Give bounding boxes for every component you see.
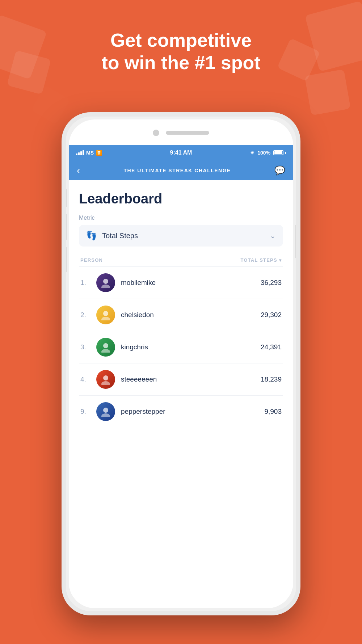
value-pepperstepper: 9,903 [264, 408, 282, 416]
wifi-icon: 🛜 [96, 150, 102, 156]
svg-point-4 [103, 343, 108, 348]
svg-point-8 [103, 408, 108, 413]
phone-power-button [295, 225, 298, 258]
table-row: 2. chelsiedon 29,302 [79, 299, 283, 331]
metric-dropdown[interactable]: 👣 Total Steps ⌄ [79, 225, 283, 247]
metric-label: Metric [79, 215, 283, 221]
value-kingchris: 24,391 [261, 343, 282, 351]
svg-point-6 [103, 375, 108, 380]
column-steps[interactable]: TOTAL STEPS ▾ [240, 257, 282, 263]
rank-3: 3. [80, 343, 96, 351]
battery-body [273, 150, 283, 155]
avatar-pepperstepper [96, 402, 115, 421]
signal-bar-3 [80, 151, 82, 155]
column-steps-label: TOTAL STEPS [240, 257, 277, 263]
table-row: 3. kingchris 24,391 [79, 331, 283, 363]
table-header: PERSON TOTAL STEPS ▾ [79, 257, 283, 263]
chevron-down-icon: ⌄ [270, 231, 276, 240]
avatar-steeeeeeen [96, 370, 115, 389]
signal-bar-2 [78, 152, 80, 155]
status-time: 9:41 AM [170, 150, 192, 156]
status-left: MS 🛜 [76, 150, 102, 156]
leaderboard-title: Leaderboard [79, 191, 283, 207]
name-kingchris: kingchris [121, 343, 261, 351]
value-chelsiedon: 29,302 [261, 311, 282, 319]
name-steeeeeeen: steeeeeeen [121, 375, 261, 383]
carrier-name: MS [86, 150, 94, 156]
signal-bar-4 [83, 150, 84, 155]
nav-title: THE ULTIMATE STREAK CHALLENGE [123, 168, 231, 173]
bluetooth-icon: ✴ [250, 150, 254, 156]
phone-top-hardware [153, 130, 209, 136]
svg-point-2 [103, 311, 108, 316]
back-button[interactable]: ‹ [77, 165, 80, 176]
table-row: 1. mobilemike 36,293 [79, 267, 283, 299]
value-steeeeeeen: 18,239 [261, 375, 282, 383]
name-pepperstepper: pepperstepper [121, 408, 264, 416]
name-chelsiedon: chelsiedon [121, 311, 261, 319]
main-content: Leaderboard Metric 👣 Total Steps ⌄ PERSO… [69, 180, 293, 608]
status-bar: MS 🛜 9:41 AM ✴ 100% [69, 145, 293, 161]
svg-point-9 [101, 413, 110, 417]
battery-tip [285, 152, 286, 154]
battery-icon [273, 150, 286, 155]
column-person: PERSON [80, 257, 103, 263]
dropdown-left: 👣 Total Steps [86, 231, 138, 241]
phone-inner: MS 🛜 9:41 AM ✴ 100% ‹ [69, 119, 293, 608]
svg-point-7 [101, 381, 110, 385]
status-right: ✴ 100% [250, 150, 286, 156]
signal-bar-1 [76, 153, 77, 155]
steps-icon: 👣 [86, 231, 97, 241]
avatar-chelsiedon [96, 306, 115, 324]
rank-9: 9. [80, 408, 96, 416]
dropdown-text: Total Steps [102, 232, 138, 240]
avatar-kingchris [96, 338, 115, 357]
value-mobilemike: 36,293 [261, 279, 282, 287]
navigation-bar: ‹ THE ULTIMATE STREAK CHALLENGE 💬 [69, 161, 293, 180]
sort-arrow-icon: ▾ [279, 258, 282, 263]
battery-percent: 100% [257, 150, 270, 156]
rank-2: 2. [80, 311, 96, 319]
table-row: 9. pepperstepper 9,903 [79, 396, 283, 424]
svg-point-1 [101, 285, 110, 288]
signal-bars [76, 150, 84, 155]
svg-point-5 [101, 349, 110, 353]
chat-button[interactable]: 💬 [274, 165, 285, 176]
speaker-grille [166, 131, 209, 135]
phone-volume-buttons [64, 189, 67, 272]
rank-1: 1. [80, 279, 96, 287]
battery-fill [274, 151, 282, 154]
name-mobilemike: mobilemike [121, 279, 261, 287]
svg-point-3 [101, 317, 110, 320]
table-row: 4. steeeeeeen 18,239 [79, 363, 283, 396]
svg-point-0 [103, 279, 108, 284]
hero-title: Get competitive to win the #1 spot [0, 29, 362, 74]
avatar-mobilemike [96, 273, 115, 292]
front-camera [153, 130, 159, 136]
phone-frame: MS 🛜 9:41 AM ✴ 100% ‹ [62, 112, 300, 615]
phone-screen: MS 🛜 9:41 AM ✴ 100% ‹ [69, 145, 293, 608]
rank-4: 4. [80, 375, 96, 383]
hero-section: Get competitive to win the #1 spot [0, 29, 362, 74]
